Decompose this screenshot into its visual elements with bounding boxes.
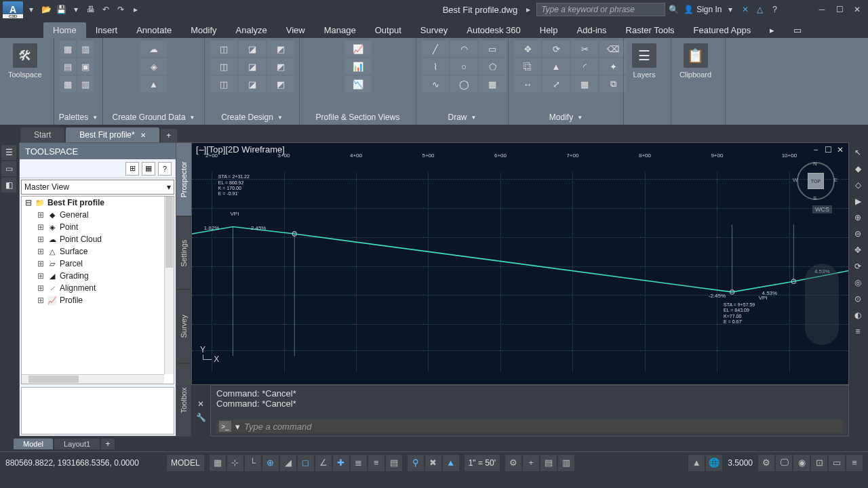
tab-help[interactable]: Help [530,22,568,38]
status-space[interactable]: MODEL [167,455,204,471]
user-icon[interactable]: 👤 [682,3,695,16]
rstrip-btn-5[interactable]: ⊕ [850,210,865,225]
panel-profile-section[interactable]: Profile & Section Views [305,110,410,125]
exchange-icon[interactable]: ✕ [738,3,752,16]
panel-create-design[interactable]: Create Design▼ [210,110,294,125]
vp-maximize-icon[interactable]: ☐ [823,144,833,155]
design-btn-3[interactable]: ◩ [267,41,294,57]
tab-panel-icon[interactable]: ▭ [784,22,811,38]
tab-home[interactable]: Home [43,22,86,38]
status-gear-icon[interactable]: ⚙ [505,455,521,471]
palette-btn-5[interactable]: ▦ [60,76,76,92]
tree-item-grading[interactable]: ⊞◢Grading [22,270,164,282]
tree-item-surface[interactable]: ⊞△Surface [22,245,164,258]
status-osnap-icon[interactable]: ◻ [298,455,314,471]
navigation-bar[interactable] [805,264,839,345]
draw-ellipse-icon[interactable]: ◯ [450,76,477,92]
status-clean-icon[interactable]: ▭ [829,455,845,471]
status-ws-icon[interactable]: ⚙ [758,455,774,471]
profile-btn-3[interactable]: 📉 [344,76,372,92]
tab-autodesk360[interactable]: Autodesk 360 [457,22,530,38]
palette-btn-1[interactable]: ▦ [60,41,76,57]
status-anno-icon[interactable]: ▲ [443,455,459,471]
status-iso-icon[interactable]: ◢ [280,455,296,471]
qat-redo-icon[interactable]: ↷ [114,3,127,16]
status-coordinates[interactable]: 880569.8822, 1931668.5356, 0.0000 [5,458,161,468]
ground-btn-3[interactable]: ▲ [140,76,167,92]
tab-analyze[interactable]: Analyze [226,22,277,38]
qat-new-icon[interactable]: ▾ [24,3,38,16]
qat-open-icon[interactable]: 📂 [39,3,53,16]
tree-scrollbar-v[interactable] [164,197,174,374]
help-icon[interactable]: ? [768,3,782,16]
cmd-close-icon[interactable]: ✕ [197,399,204,409]
rstrip-btn-9[interactable]: ◎ [850,275,865,290]
palette-btn-4[interactable]: ▣ [77,58,94,75]
status-av-icon[interactable]: ▤ [540,455,557,471]
tab-rastertools[interactable]: Raster Tools [616,22,684,38]
status-snap-icon[interactable]: ⊹ [227,455,243,471]
status-scale[interactable]: 1" = 50' [465,455,500,471]
leftstrip-btn-1[interactable]: ☰ [1,145,16,160]
draw-hatch-icon[interactable]: ▦ [479,76,506,92]
rstrip-btn-7[interactable]: ✥ [850,243,865,258]
erase-icon[interactable]: ⌫ [599,41,627,57]
tab-output[interactable]: Output [366,22,411,38]
scale-icon[interactable]: ⤢ [542,76,570,92]
vp-close-icon[interactable]: ✕ [835,144,846,155]
draw-spline-icon[interactable]: ∿ [422,76,449,92]
design-btn-1[interactable]: ◫ [210,41,237,57]
status-monitor-icon[interactable]: 🖵 [776,455,792,471]
sidetab-toolbox[interactable]: Toolbox [176,363,191,437]
copy-icon[interactable]: ⿻ [514,58,541,75]
status-dyn-icon[interactable]: ≣ [351,455,367,471]
viewcube[interactable]: TOP N S E W [797,162,835,200]
tree-scrollbar-h[interactable] [22,374,164,384]
file-tab-start[interactable]: Start [20,127,64,142]
status-ortho-icon[interactable]: └ [245,455,261,471]
file-tab-active[interactable]: Best Fit profile*✕ [66,127,159,142]
vp-minimize-icon[interactable]: − [810,144,821,155]
design-btn-5[interactable]: ◪ [239,58,266,75]
tree-root[interactable]: ⊟📁Best Fit profile [22,197,164,209]
ground-btn-2[interactable]: ◈ [140,58,167,75]
rstrip-btn-10[interactable]: ⊙ [850,291,865,306]
close-button[interactable]: ✕ [849,3,865,16]
status-globe-icon[interactable]: 🌐 [706,455,722,471]
design-btn-6[interactable]: ◩ [267,58,294,75]
draw-rect-icon[interactable]: ▭ [479,41,506,57]
tab-overflow-icon[interactable]: ▸ [760,22,784,38]
profile-btn-1[interactable]: 📈 [344,41,372,57]
ts-toolbar-btn-1[interactable]: ⊞ [125,162,139,176]
tab-survey[interactable]: Survey [411,22,457,38]
tree-item-point[interactable]: ⊞◈Point [22,221,164,233]
tab-view[interactable]: View [277,22,315,38]
panel-create-ground[interactable]: Create Ground Data▼ [108,110,199,125]
signin-link[interactable]: Sign In [696,5,722,14]
wcs-label[interactable]: WCS [812,205,832,214]
command-input[interactable]: >_ ▾ Type a command [216,420,843,433]
tab-manage[interactable]: Manage [315,22,366,38]
search-input[interactable]: Type a keyword or phrase [536,3,665,16]
rstrip-btn-8[interactable]: ⟳ [850,259,865,274]
status-otrack-icon[interactable]: ✚ [333,455,349,471]
rstrip-btn-6[interactable]: ⊖ [850,226,865,241]
qat-saveas-icon[interactable]: ▾ [69,3,83,16]
design-btn-9[interactable]: ◩ [267,76,294,92]
leftstrip-btn-2[interactable]: ▭ [1,161,16,176]
design-btn-8[interactable]: ◪ [239,76,266,92]
design-btn-7[interactable]: ◫ [210,76,237,92]
draw-line-icon[interactable]: ╱ [422,41,449,57]
qat-more-icon[interactable]: ▸ [129,3,142,16]
clipboard-button[interactable]: 📋Clipboard [677,41,714,110]
status-tpy-icon[interactable]: ▤ [386,455,402,471]
offset-icon[interactable]: ⧉ [599,76,627,92]
tab-insert[interactable]: Insert [86,22,127,38]
layout-tab-layout1[interactable]: Layout1 [54,439,100,449]
tab-modify[interactable]: Modify [181,22,226,38]
panel-draw[interactable]: Draw▼ [422,110,502,125]
rstrip-btn-3[interactable]: ◇ [850,178,865,192]
trim-icon[interactable]: ✂ [571,41,598,57]
viewport[interactable]: [‒][Top][2D Wireframe] − ☐ ✕ 2+00 3+00 4… [191,142,849,385]
status-lwt-icon[interactable]: ≡ [368,455,384,471]
